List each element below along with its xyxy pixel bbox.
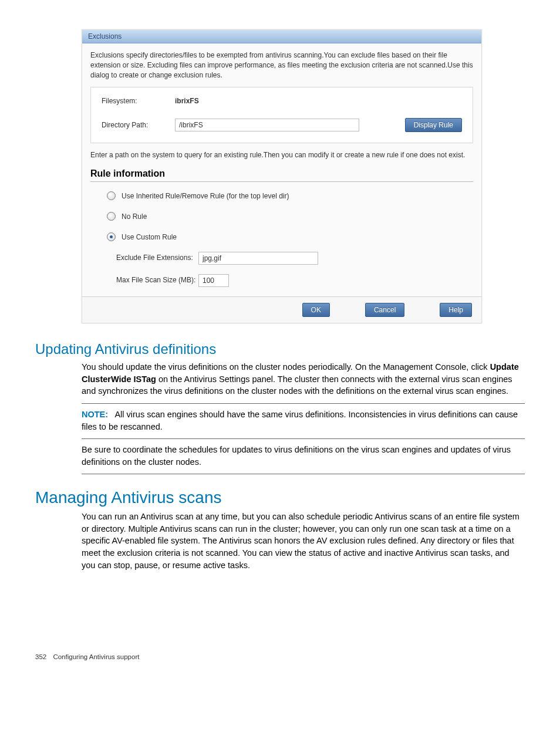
path-panel: Filesystem: ibrixFS Directory Path: Disp… <box>90 87 473 143</box>
divider <box>82 474 525 474</box>
radio-icon <box>107 212 116 221</box>
note-text: All virus scan engines should have the s… <box>82 410 518 431</box>
text: You should update the virus definitions … <box>82 362 490 372</box>
paragraph: Be sure to coordinate the schedules for … <box>82 444 525 468</box>
exclude-extensions-label: Exclude File Extensions: <box>116 252 198 262</box>
radio-inherited[interactable]: Use Inherited Rule/Remove Rule (for the … <box>107 191 473 200</box>
path-hint-text: Enter a path on the system to query for … <box>90 150 473 160</box>
heading-managing-scans: Managing Antivirus scans <box>35 488 525 507</box>
dialog-footer: OK Cancel Help <box>82 296 481 323</box>
radio-icon <box>107 232 116 241</box>
paragraph: You can run an Antivirus scan at any tim… <box>82 511 525 571</box>
divider <box>90 181 473 182</box>
note-paragraph: NOTE: All virus scan engines should have… <box>82 409 525 433</box>
exclusions-dialog: Exclusions Exclusions specify directorie… <box>82 29 482 323</box>
help-button[interactable]: Help <box>440 303 472 317</box>
divider <box>82 403 525 404</box>
radio-icon <box>107 191 116 200</box>
dialog-title: Exclusions <box>82 30 481 43</box>
cancel-button[interactable]: Cancel <box>365 303 404 317</box>
directory-path-input[interactable] <box>175 119 359 131</box>
max-file-size-input[interactable] <box>198 274 229 287</box>
note-label: NOTE: <box>82 410 108 419</box>
dialog-intro-text: Exclusions specify directories/files to … <box>90 50 473 80</box>
filesystem-label: Filesystem: <box>102 97 175 105</box>
filesystem-value: ibrixFS <box>175 97 199 105</box>
radio-label: Use Custom Rule <box>122 233 177 241</box>
radio-no-rule[interactable]: No Rule <box>107 212 473 221</box>
max-file-size-label: Max File Scan Size (MB): <box>116 274 198 285</box>
rule-information-heading: Rule information <box>90 168 473 179</box>
heading-updating-definitions: Updating Antivirus definitions <box>35 341 525 357</box>
chapter-title: Configuring Antivirus support <box>53 653 139 660</box>
page-number: 352 <box>35 653 46 660</box>
rule-radio-group: Use Inherited Rule/Remove Rule (for the … <box>107 191 473 241</box>
radio-label: Use Inherited Rule/Remove Rule (for the … <box>122 192 289 200</box>
divider <box>82 438 525 439</box>
paragraph: You should update the virus definitions … <box>82 361 525 397</box>
exclude-extensions-input[interactable] <box>198 252 318 265</box>
dialog-body: Exclusions specify directories/files to … <box>82 43 481 296</box>
page-footer: 352 Configuring Antivirus support <box>35 653 525 660</box>
display-rule-button[interactable]: Display Rule <box>405 118 462 132</box>
radio-label: No Rule <box>122 212 147 221</box>
ok-button[interactable]: OK <box>302 303 330 317</box>
directory-path-label: Directory Path: <box>102 121 175 129</box>
radio-custom[interactable]: Use Custom Rule <box>107 232 473 241</box>
custom-rule-fields: Exclude File Extensions: Max File Scan S… <box>116 252 473 287</box>
